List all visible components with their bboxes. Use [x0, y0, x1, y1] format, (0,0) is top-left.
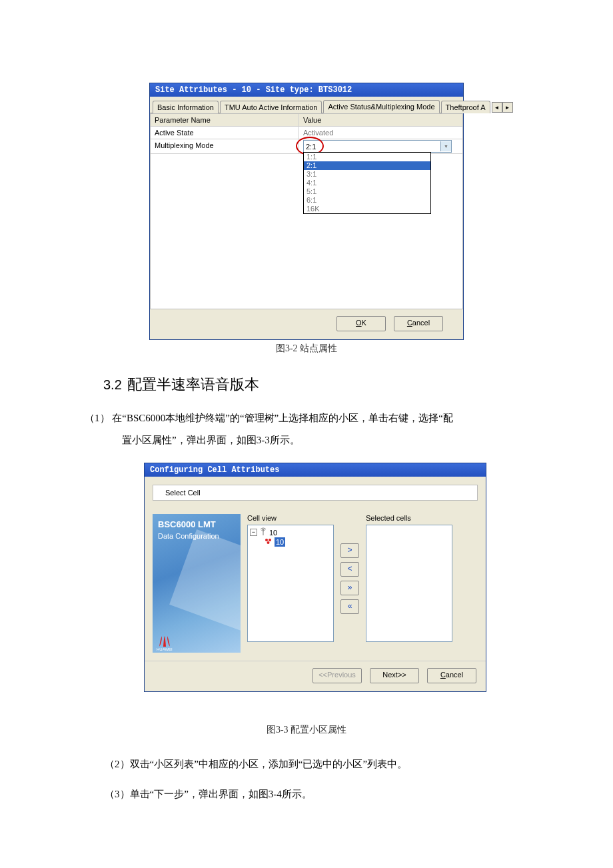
option-16k[interactable]: 16K [304, 205, 430, 213]
dialog2-body: Select Cell BSC6000 LMT Data Configurati… [145, 477, 486, 661]
option-4-1[interactable]: 4:1 [304, 179, 430, 187]
grid-header: Parameter Name Value [151, 114, 462, 127]
param-active-state: Active State [151, 127, 299, 139]
site-attributes-dialog: Site Attributes - 10 - Site type: BTS301… [149, 83, 464, 340]
ok-button[interactable]: OK [336, 316, 386, 331]
brand-text: HUAWEI [157, 647, 173, 651]
multiplexing-combobox[interactable]: ▼ [303, 140, 452, 153]
heading-number: 3.2 [103, 377, 122, 392]
tab-scroll-right-icon[interactable]: ► [502, 102, 513, 113]
tab-theftproof[interactable]: Theftproof A [441, 101, 490, 113]
configuring-cell-attributes-dialog: Configuring Cell Attributes Select Cell … [144, 463, 486, 692]
dialog2-buttons: <<Previous Next>> Cancel [145, 661, 486, 691]
paragraph-1-line-b: 置小区属性”，弹出界面，如图3-3所示。 [122, 429, 535, 451]
cancel-button[interactable]: Cancel [394, 316, 443, 331]
param-multiplexing-mode: Multiplexing Mode [151, 139, 299, 153]
paragraph-3: （3）单击“下一步”，弹出界面，如图3-4所示。 [105, 783, 531, 805]
figure-caption-3-3: 图3-3 配置小区属性 [0, 724, 613, 736]
dialog-title: Site Attributes - 10 - Site type: BTS301… [150, 83, 463, 97]
multiplexing-combo-wrap: ▼ 1:1 2:1 3:1 4:1 5:1 6:1 16K [303, 140, 452, 153]
svg-point-1 [265, 539, 268, 541]
value-multiplexing-mode: ▼ 1:1 2:1 3:1 4:1 5:1 6:1 16K [299, 139, 462, 153]
option-2-1[interactable]: 2:1 [304, 161, 430, 170]
paragraph-1-line-a: （1） 在“BSC6000本地维护终端”的“管理树”上选择相应的小区，单击右键，… [85, 407, 538, 429]
add-button[interactable]: > [340, 543, 359, 558]
selected-cells-label: Selected cells [366, 514, 452, 522]
cell-view-label: Cell view [247, 514, 334, 522]
tree-child-node[interactable]: 10 [250, 537, 331, 547]
add-all-button[interactable]: » [340, 581, 359, 595]
remove-button[interactable]: < [340, 562, 359, 577]
value-active-state: Activated [299, 127, 462, 139]
tab-tmu-auto-active[interactable]: TMU Auto Active Information [220, 101, 322, 113]
tab-scroll-left-icon[interactable]: ◄ [492, 102, 502, 113]
tab-basic-information[interactable]: Basic Information [153, 101, 219, 113]
svg-point-0 [263, 530, 264, 531]
dialog2-title: Configuring Cell Attributes [145, 463, 486, 477]
option-5-1[interactable]: 5:1 [304, 187, 430, 196]
side-panel: BSC6000 LMT Data Configuration HUAWEI [153, 514, 241, 653]
tree-root-node[interactable]: − 10 [250, 527, 331, 537]
header-param: Parameter Name [151, 114, 299, 126]
option-3-1[interactable]: 3:1 [304, 170, 430, 179]
tree-child-label: 10 [275, 537, 285, 547]
row-active-state: Active State Activated [151, 127, 462, 139]
decorative-shape-icon [169, 529, 241, 632]
paragraph-2: （2）双击“小区列表”中相应的小区，添加到“已选中的小区”列表中。 [105, 753, 531, 775]
selected-cells-column: Selected cells [366, 514, 452, 642]
option-1-1[interactable]: 1:1 [304, 153, 430, 161]
remove-all-button[interactable]: « [340, 599, 359, 614]
row-multiplexing-mode: Multiplexing Mode ▼ 1:1 2:1 3:1 4:1 [151, 139, 462, 154]
tree-collapse-icon[interactable]: − [250, 529, 257, 536]
header-value: Value [299, 114, 462, 126]
next-button[interactable]: Next>> [370, 668, 419, 683]
cell-icon [265, 537, 273, 547]
option-6-1[interactable]: 6:1 [304, 196, 430, 205]
dialog2-main: BSC6000 LMT Data Configuration HUAWEI Ce… [153, 514, 478, 653]
dialog1-buttons: OK Cancel [150, 309, 463, 339]
transfer-buttons: > < » « [340, 514, 359, 614]
multiplexing-input[interactable] [304, 141, 440, 151]
cell-view-listbox[interactable]: − 10 10 [247, 525, 334, 642]
svg-point-2 [269, 539, 271, 541]
section-heading-3-2: 3.2配置半速率语音版本 [103, 375, 259, 395]
figure-caption-3-2: 图3-2 站点属性 [0, 343, 613, 355]
cancel-button-2[interactable]: Cancel [427, 668, 476, 683]
side-line1: BSC6000 LMT [158, 519, 235, 529]
dropdown-arrow-icon[interactable]: ▼ [440, 141, 451, 151]
cell-view-column: Cell view − 10 10 [247, 514, 334, 642]
tab-strip: Basic Information TMU Auto Active Inform… [150, 97, 463, 113]
multiplexing-dropdown[interactable]: 1:1 2:1 3:1 4:1 5:1 6:1 16K [303, 152, 431, 214]
previous-button[interactable]: <<Previous [312, 668, 362, 683]
tab-active-status-multiplexing[interactable]: Active Status&Multiplexing Mode [323, 100, 439, 113]
parameter-grid: Parameter Name Value Active State Activa… [150, 113, 463, 309]
select-cell-header: Select Cell [153, 485, 478, 501]
selected-cells-listbox[interactable] [366, 525, 452, 642]
antenna-icon [259, 527, 267, 537]
svg-point-3 [267, 541, 270, 544]
dialog-body: Basic Information TMU Auto Active Inform… [150, 97, 463, 339]
tab-scroll: ◄ ► [492, 102, 513, 113]
heading-text: 配置半速率语音版本 [127, 376, 259, 393]
tree-root-label: 10 [269, 528, 277, 537]
